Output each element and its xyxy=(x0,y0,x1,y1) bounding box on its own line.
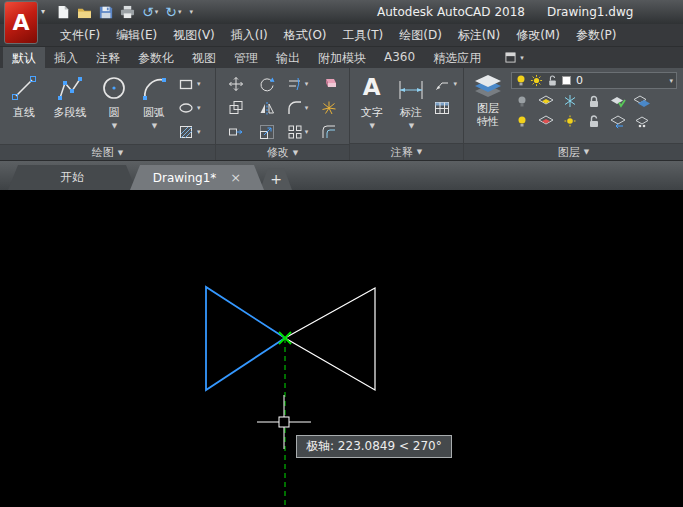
hatch-button[interactable]: ▾ xyxy=(176,120,203,144)
open-file-button[interactable] xyxy=(77,2,92,22)
offset-button[interactable] xyxy=(313,124,344,140)
explode-button[interactable] xyxy=(313,100,344,116)
erase-button[interactable] xyxy=(313,76,344,92)
hatch-dropdown-icon[interactable]: ▾ xyxy=(197,128,201,136)
layer-unlock-button[interactable] xyxy=(585,113,603,129)
redo-dropdown-icon[interactable]: ▾ xyxy=(178,8,182,16)
dimension-dropdown-icon[interactable]: ▼ xyxy=(409,122,414,130)
ribbon-tab-annotate[interactable]: 注释 xyxy=(87,47,129,68)
move-button[interactable] xyxy=(220,76,251,92)
new-drawing-tab-button[interactable]: + xyxy=(260,168,292,190)
ribbon-tab-a360[interactable]: A360 xyxy=(375,47,424,68)
app-menu-button[interactable]: A xyxy=(4,1,38,44)
app-menu-caret-icon[interactable]: ▾ xyxy=(41,7,45,16)
table-button[interactable] xyxy=(432,96,459,120)
menu-item-format[interactable]: 格式(O) xyxy=(276,24,335,46)
polar-tracking-tooltip: 极轴: 223.0849 < 270° xyxy=(296,435,452,458)
layer-on-button[interactable] xyxy=(513,113,531,129)
rotate-button[interactable] xyxy=(251,76,282,92)
trim-button[interactable]: ▾ xyxy=(282,76,313,92)
menu-item-draw[interactable]: 绘图(D) xyxy=(391,24,450,46)
stretch-button[interactable] xyxy=(220,124,251,140)
menu-bar: 文件(F) 编辑(E) 视图(V) 插入(I) 格式(O) 工具(T) 绘图(D… xyxy=(0,24,683,47)
leader-icon xyxy=(434,76,450,92)
ribbon-tab-parametric[interactable]: 参数化 xyxy=(129,47,183,68)
panel-label-modify[interactable]: 修改 ▼ xyxy=(216,144,349,160)
ellipse-dropdown-icon[interactable]: ▾ xyxy=(197,104,201,112)
layer-thaw-button[interactable] xyxy=(561,113,579,129)
menu-item-tools[interactable]: 工具(T) xyxy=(335,24,392,46)
menu-item-insert[interactable]: 插入(I) xyxy=(223,24,276,46)
close-tab-icon[interactable]: × xyxy=(230,171,241,184)
panel-modify-expand-icon: ▼ xyxy=(293,149,298,157)
rectangle-dropdown-icon[interactable]: ▾ xyxy=(197,80,201,88)
line-button[interactable]: 直线 xyxy=(4,70,44,144)
mirror-button[interactable] xyxy=(251,100,282,116)
layer-previous-button[interactable] xyxy=(609,113,627,129)
menu-item-file[interactable]: 文件(F) xyxy=(52,24,108,46)
menu-item-view[interactable]: 视图(V) xyxy=(165,24,223,46)
scale-button[interactable] xyxy=(251,124,282,140)
layer-lock-button[interactable] xyxy=(585,93,603,109)
menu-item-modify[interactable]: 修改(M) xyxy=(508,24,568,46)
undo-button[interactable]: ↺ ▾ xyxy=(142,2,158,22)
ribbon-tab-insert[interactable]: 插入 xyxy=(45,47,87,68)
ribbon-tab-output[interactable]: 输出 xyxy=(267,47,309,68)
rectangle-button[interactable]: ▾ xyxy=(176,72,203,96)
ribbon-tab-addins[interactable]: 附加模块 xyxy=(309,47,375,68)
layer-off-button[interactable] xyxy=(513,93,531,109)
copy-button[interactable] xyxy=(220,100,251,116)
ribbon-tab-view[interactable]: 视图 xyxy=(183,47,225,68)
leader-button[interactable]: ▾ xyxy=(432,72,459,96)
triangle-right[interactable] xyxy=(285,288,375,390)
array-dropdown-icon[interactable]: ▾ xyxy=(305,128,309,136)
menu-item-edit[interactable]: 编辑(E) xyxy=(108,24,165,46)
drawing-viewport[interactable] xyxy=(0,190,683,507)
leader-dropdown-icon[interactable]: ▾ xyxy=(453,80,457,88)
ribbon-display-toggle[interactable]: ▾ xyxy=(500,47,529,68)
layer-match-button[interactable] xyxy=(633,93,651,109)
redo-button[interactable]: ↻ ▾ xyxy=(165,2,181,22)
dimension-button[interactable]: 标注 ▼ xyxy=(392,70,429,143)
menu-item-dimension[interactable]: 标注(N) xyxy=(450,24,508,46)
layer-properties-button[interactable]: 图层特性 xyxy=(468,70,508,143)
layer-isolate-button[interactable] xyxy=(537,93,555,109)
array-button[interactable]: ▾ xyxy=(282,124,313,140)
polyline-button[interactable]: 多段线 xyxy=(47,70,93,144)
circle-button[interactable]: 圆 ▼ xyxy=(96,70,132,144)
layer-set-current-button[interactable] xyxy=(609,93,627,109)
file-tab-drawing1[interactable]: Drawing1* × xyxy=(130,165,264,190)
drawing-area[interactable]: 极轴: 223.0849 < 270° xyxy=(0,190,683,507)
qat-customize-button[interactable]: ▾ xyxy=(189,2,194,22)
panel-label-draw[interactable]: 绘图 ▼ xyxy=(0,144,215,160)
arc-button[interactable]: 圆弧 ▼ xyxy=(135,70,173,144)
polyline-icon xyxy=(55,73,85,103)
fillet-button[interactable]: ▾ xyxy=(282,100,313,116)
ribbon-tab-home[interactable]: 默认 xyxy=(3,47,45,68)
layer-dropdown-caret-icon[interactable]: ▾ xyxy=(669,77,673,85)
ribbon-tab-manage[interactable]: 管理 xyxy=(225,47,267,68)
ribbon-tab-featured-apps[interactable]: 精选应用 xyxy=(424,47,490,68)
circle-dropdown-icon[interactable]: ▼ xyxy=(112,122,117,130)
new-file-button[interactable] xyxy=(56,2,70,22)
layer-walk-button[interactable] xyxy=(633,113,651,129)
triangle-left-selected[interactable] xyxy=(206,287,285,390)
menu-item-parametric[interactable]: 参数(P) xyxy=(568,24,625,46)
plot-button[interactable] xyxy=(120,2,135,22)
layer-dropdown[interactable]: 0 ▾ xyxy=(511,72,677,89)
panel-label-layers[interactable]: 图层 ▼ xyxy=(464,143,683,160)
rotate-icon xyxy=(259,76,275,92)
panel-annotation: A 文字 ▼ 标注 ▼ ▾ xyxy=(350,68,464,160)
text-button[interactable]: A 文字 ▼ xyxy=(354,70,389,143)
ellipse-button[interactable]: ▾ xyxy=(176,96,203,120)
arc-dropdown-icon[interactable]: ▼ xyxy=(152,122,157,130)
layer-unisolate-button[interactable] xyxy=(537,113,555,129)
panel-label-annotation[interactable]: 注释 ▼ xyxy=(350,143,463,160)
trim-dropdown-icon[interactable]: ▾ xyxy=(305,80,309,88)
undo-dropdown-icon[interactable]: ▾ xyxy=(155,8,159,16)
layer-freeze-button[interactable] xyxy=(561,93,579,109)
text-dropdown-icon[interactable]: ▼ xyxy=(369,122,374,130)
fillet-dropdown-icon[interactable]: ▾ xyxy=(305,104,309,112)
save-button[interactable] xyxy=(99,2,113,22)
file-tab-start[interactable]: 开始 xyxy=(8,165,136,190)
